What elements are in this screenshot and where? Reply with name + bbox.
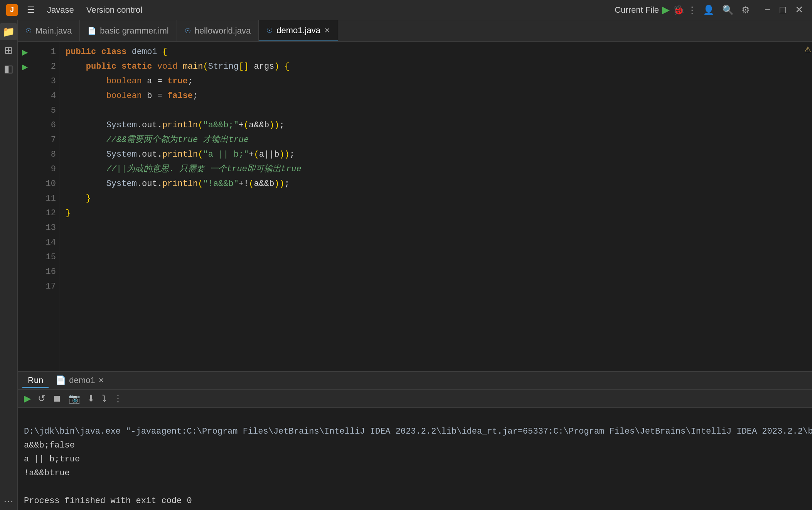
scroll-down-button[interactable]: ⬇	[85, 392, 97, 405]
terminal-output[interactable]: D:\jdk\bin\java.exe "-javaagent:C:\Progr…	[18, 408, 812, 510]
editor-area: ☉ Main.java 📄 basic grammer.iml ☉ hellow…	[18, 20, 812, 510]
tab-label-demo1: demo1.java	[276, 25, 320, 35]
editor-bottom-split: ⚠ ⚠ 8 ▲ ▼ ▶ ▶	[18, 42, 812, 510]
snapshot-tool-button[interactable]: 📷	[66, 392, 83, 405]
more-tool-button[interactable]: ⋮	[111, 392, 125, 405]
search-icon[interactable]: 🔍	[722, 5, 734, 15]
gutter-empty-8	[18, 147, 32, 162]
editor-content: ⚠ ⚠ 8 ▲ ▼ ▶ ▶	[18, 42, 812, 371]
output-line-1: a&&b;false	[24, 441, 75, 450]
bottom-tab-run-label: Run	[28, 375, 43, 385]
activity-files[interactable]: 📁	[0, 23, 17, 40]
activity-more[interactable]: ⋯	[0, 493, 17, 510]
tab-close-demo1[interactable]: ✕	[324, 26, 330, 35]
gutter-empty-7	[18, 133, 32, 147]
gutter-empty-6	[18, 118, 32, 133]
scroll-to-end-button[interactable]: ⤵	[99, 392, 109, 405]
tab-icon-helloworld: ☉	[185, 27, 191, 35]
bottom-tab-demo1-icon: 📄	[56, 375, 66, 385]
code-editor[interactable]: public class demo1 { public static void …	[59, 42, 812, 371]
bottom-tab-bar: Run 📄 demo1 ✕	[18, 372, 812, 390]
tab-label-main: Main.java	[35, 26, 72, 36]
maximize-button[interactable]: □	[777, 3, 788, 17]
vcs-menu[interactable]: Version control	[83, 3, 146, 17]
main-layout: 📁 ⊞ ◧ ⋯ ▾ Project ⚙ ▾ 📁 Javase C:\Users\…	[0, 20, 812, 510]
gutter-empty-10	[18, 177, 32, 191]
output-line-3: !a&&btrue	[24, 468, 70, 478]
bottom-tab-demo1-close[interactable]: ✕	[98, 376, 104, 385]
run-gutter-1[interactable]: ▶	[18, 45, 32, 59]
run-gutters: ▶ ▶	[18, 42, 32, 371]
current-file-label[interactable]: Current File	[615, 5, 659, 15]
line-numbers: 12345 678910 1112131415 1617	[32, 42, 59, 371]
debug-button[interactable]: 🐞	[673, 5, 684, 15]
cmd-line: D:\jdk\bin\java.exe "-javaagent:C:\Progr…	[24, 427, 812, 436]
warning-triangle-icon: ⚠	[804, 45, 811, 54]
process-finished-line: Process finished with exit code 0	[24, 496, 192, 506]
tab-demo1[interactable]: ☉ demo1.java ✕	[259, 20, 338, 41]
bottom-tab-run[interactable]: Run	[22, 374, 49, 388]
gutter-empty-3	[18, 74, 32, 89]
tab-icon-main: ☉	[25, 27, 32, 35]
run-button[interactable]: ▶	[662, 4, 670, 16]
tab-icon-basicgrammer: 📄	[88, 27, 96, 35]
stop-tool-button[interactable]: ⏹	[50, 392, 64, 405]
settings-icon[interactable]: ⚙	[741, 5, 750, 15]
bottom-tab-demo1[interactable]: 📄 demo1 ✕	[50, 374, 109, 388]
activity-bar: 📁 ⊞ ◧ ⋯	[0, 20, 17, 510]
app-logo: J	[6, 4, 18, 16]
tab-bar: ☉ Main.java 📄 basic grammer.iml ☉ hellow…	[18, 20, 812, 42]
run-gutter-2[interactable]: ▶	[18, 59, 32, 74]
activity-layers[interactable]: ◧	[0, 60, 17, 77]
title-bar: J ☰ Javase Version control Current File …	[0, 0, 812, 20]
bottom-toolbar: ▶ ↺ ⏹ 📷 ⬇ ⤵ ⋮	[18, 390, 812, 408]
user-icon[interactable]: 👤	[703, 5, 714, 15]
minimize-button[interactable]: −	[762, 3, 773, 17]
rerun-tool-button[interactable]: ↺	[35, 392, 48, 405]
bottom-panel: Run 📄 demo1 ✕ ▶ ↺ ⏹ 📷 ⬇ ⤵ ⋮	[18, 371, 812, 510]
tab-icon-demo1: ☉	[266, 26, 273, 35]
gutter-empty-5	[18, 103, 32, 118]
tab-label-helloworld: helloworld.java	[195, 26, 251, 36]
run-tool-button[interactable]: ▶	[22, 392, 33, 405]
tab-basic-grammer-iml[interactable]: 📄 basic grammer.iml	[80, 20, 177, 41]
close-button[interactable]: ✕	[793, 3, 806, 17]
project-name[interactable]: Javase	[44, 3, 77, 17]
gutter-empty-4	[18, 89, 32, 103]
menu-hamburger[interactable]: ☰	[24, 3, 38, 17]
tab-label-basicgrammer: basic grammer.iml	[100, 26, 168, 36]
gutter-empty-9	[18, 162, 32, 177]
output-line-2: a || b;true	[24, 454, 80, 464]
tab-helloworld[interactable]: ☉ helloworld.java	[177, 20, 259, 41]
warning-bar[interactable]: ⚠ ⚠ 8 ▲ ▼	[804, 45, 812, 54]
tab-main-java[interactable]: ☉ Main.java	[18, 20, 80, 41]
bottom-tab-demo1-label: demo1	[69, 375, 95, 385]
activity-structure[interactable]: ⊞	[0, 42, 17, 59]
more-options-button[interactable]: ⋮	[687, 5, 697, 15]
